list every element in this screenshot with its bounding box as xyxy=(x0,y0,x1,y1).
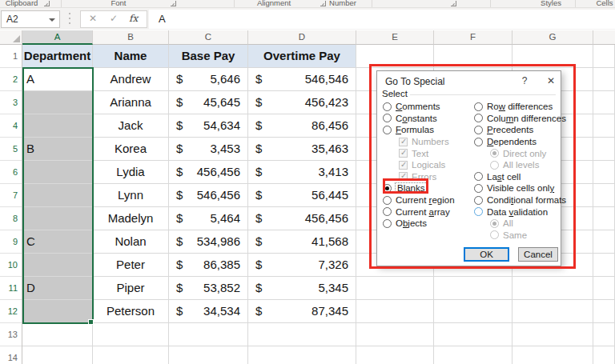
empty-cell[interactable] xyxy=(22,323,93,346)
option-control-icon[interactable] xyxy=(474,184,483,193)
cell-base-pay[interactable]: $ 534,986 xyxy=(169,230,248,254)
cell-department[interactable]: B xyxy=(22,138,93,161)
column-header-b[interactable]: B xyxy=(93,30,169,45)
empty-cell[interactable] xyxy=(22,346,93,364)
option-control-icon[interactable] xyxy=(474,138,483,146)
cell-name[interactable]: Nolan xyxy=(93,230,169,254)
empty-cell[interactable] xyxy=(593,277,615,300)
cell-name[interactable]: Madelyn xyxy=(93,207,169,230)
cell-department[interactable] xyxy=(22,300,93,323)
ok-button[interactable]: OK xyxy=(464,247,509,262)
header-cell-name[interactable]: Name xyxy=(93,45,169,68)
empty-cell[interactable] xyxy=(593,254,615,277)
column-header-e[interactable]: E xyxy=(356,30,434,45)
dialog-launcher-icon[interactable] xyxy=(320,1,326,6)
dialog-option[interactable]: All xyxy=(490,218,561,230)
empty-cell[interactable] xyxy=(512,300,593,323)
dialog-option[interactable]: All levels xyxy=(490,159,561,171)
cell-department[interactable]: C xyxy=(22,230,93,254)
cell-overtime-pay[interactable]: $ 456,423 xyxy=(248,91,356,114)
cell-base-pay[interactable]: $ 456,456 xyxy=(169,161,248,184)
empty-cell[interactable] xyxy=(512,277,593,300)
row-header[interactable]: 10 xyxy=(0,254,22,277)
empty-cell[interactable] xyxy=(169,346,248,364)
empty-cell[interactable] xyxy=(248,323,356,346)
cell-overtime-pay[interactable]: $ 35,463 xyxy=(248,138,356,161)
column-header-f[interactable]: F xyxy=(434,30,512,45)
row-header[interactable]: 4 xyxy=(0,114,22,138)
dialog-option[interactable]: Dependents xyxy=(474,136,561,148)
option-control-icon[interactable] xyxy=(474,207,483,216)
dialog-option[interactable]: Numbers xyxy=(399,136,471,148)
empty-cell[interactable] xyxy=(356,323,434,346)
dialog-option[interactable]: Errors xyxy=(399,171,471,183)
empty-cell[interactable] xyxy=(593,68,615,91)
empty-cell[interactable] xyxy=(169,323,248,346)
empty-cell[interactable] xyxy=(512,323,593,346)
empty-cell[interactable] xyxy=(356,45,434,68)
cell-overtime-pay[interactable]: $ 86,456 xyxy=(248,114,356,138)
empty-cell[interactable] xyxy=(356,277,434,300)
row-header[interactable]: 8 xyxy=(0,207,22,230)
cell-base-pay[interactable]: $ 5,464 xyxy=(169,207,248,230)
option-control-icon[interactable] xyxy=(399,161,408,170)
dialog-option[interactable]: Row differences xyxy=(474,101,561,113)
dialog-option[interactable]: Constants xyxy=(383,113,471,125)
row-header[interactable]: 1 xyxy=(0,45,22,68)
row-header[interactable]: 12 xyxy=(0,300,22,323)
empty-cell[interactable] xyxy=(593,114,615,138)
option-control-icon[interactable] xyxy=(399,172,408,181)
dialog-option[interactable]: Logicals xyxy=(399,159,471,171)
option-control-icon[interactable] xyxy=(474,114,483,122)
option-control-icon[interactable] xyxy=(383,219,392,228)
select-all-corner[interactable] xyxy=(0,30,22,45)
empty-cell[interactable] xyxy=(434,323,512,346)
empty-cell[interactable] xyxy=(356,346,434,364)
empty-cell[interactable] xyxy=(434,45,512,68)
empty-cell[interactable] xyxy=(593,300,615,323)
column-header-a[interactable]: A xyxy=(22,30,93,45)
cell-overtime-pay[interactable]: $ 3,413 xyxy=(248,161,356,184)
empty-cell[interactable] xyxy=(593,230,615,254)
empty-cell[interactable] xyxy=(512,346,593,364)
row-header[interactable]: 6 xyxy=(0,161,22,184)
column-header-partial[interactable] xyxy=(593,30,615,45)
empty-cell[interactable] xyxy=(434,346,512,364)
fill-handle[interactable] xyxy=(88,319,94,325)
insert-function-icon[interactable]: fx xyxy=(129,13,138,24)
cell-overtime-pay[interactable]: $ 56,445 xyxy=(248,184,356,207)
cell-department[interactable] xyxy=(22,184,93,207)
cell-name[interactable]: Jack xyxy=(93,114,169,138)
cell-base-pay[interactable]: $ 45,645 xyxy=(169,91,248,114)
dialog-option[interactable]: Column differences xyxy=(474,113,561,125)
empty-cell[interactable] xyxy=(593,184,615,207)
cell-name[interactable]: Arianna xyxy=(93,91,169,114)
option-control-icon[interactable] xyxy=(383,207,392,216)
header-cell-overtime-pay[interactable]: Overtime Pay xyxy=(248,45,356,68)
option-control-icon[interactable] xyxy=(474,172,483,181)
cell-overtime-pay[interactable]: $ 456,456 xyxy=(248,207,356,230)
empty-cell[interactable] xyxy=(593,138,615,161)
option-control-icon[interactable] xyxy=(474,126,483,134)
cancel-button[interactable]: Cancel xyxy=(518,247,558,262)
dialog-option[interactable]: Blanks xyxy=(383,182,471,194)
cell-base-pay[interactable]: $ 53,852 xyxy=(169,277,248,300)
row-header[interactable]: 9 xyxy=(0,230,22,254)
option-control-icon[interactable] xyxy=(383,196,392,205)
row-header[interactable]: 5 xyxy=(0,138,22,161)
empty-cell[interactable] xyxy=(593,161,615,184)
cell-base-pay[interactable]: $ 546,456 xyxy=(169,184,248,207)
cell-department[interactable] xyxy=(22,207,93,230)
option-control-icon[interactable] xyxy=(399,149,408,158)
cell-department[interactable] xyxy=(22,91,93,114)
option-control-icon[interactable] xyxy=(490,149,499,158)
cell-department[interactable] xyxy=(22,161,93,184)
empty-cell[interactable] xyxy=(593,323,615,346)
cell-name[interactable]: Lynn xyxy=(93,184,169,207)
formula-bar-input[interactable]: A xyxy=(149,10,615,29)
empty-cell[interactable] xyxy=(593,91,615,114)
empty-cell[interactable] xyxy=(434,300,512,323)
option-control-icon[interactable] xyxy=(490,230,499,239)
dialog-option[interactable]: Text xyxy=(399,147,471,159)
cell-department[interactable] xyxy=(22,254,93,277)
